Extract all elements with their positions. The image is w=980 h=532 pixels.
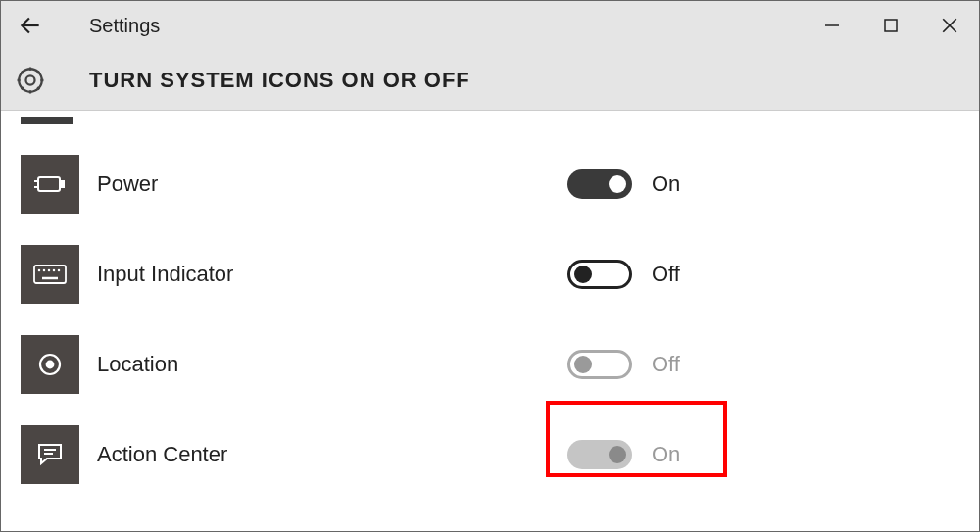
battery-icon (33, 173, 67, 195)
row-power: Power On (1, 154, 979, 215)
toggle-location (567, 350, 632, 379)
minimize-icon (824, 18, 840, 33)
gear-icon (14, 64, 47, 97)
state-text-power: On (652, 171, 680, 197)
toggle-knob (574, 266, 592, 283)
row-action-center: Action Center On (1, 424, 979, 485)
input-indicator-icon-tile (21, 245, 79, 304)
tab-underline (21, 117, 74, 124)
state-text-location: Off (652, 352, 680, 377)
svg-rect-2 (885, 20, 897, 31)
keyboard-icon (32, 263, 68, 286)
state-text-action-center: On (652, 442, 680, 467)
power-icon-tile (21, 155, 79, 214)
svg-rect-7 (38, 177, 60, 191)
toggle-input-indicator[interactable] (567, 260, 632, 289)
location-target-icon (35, 350, 65, 379)
minimize-button[interactable] (803, 1, 861, 50)
back-button[interactable] (1, 1, 60, 50)
app-title: Settings (89, 15, 160, 37)
svg-rect-11 (34, 266, 66, 283)
row-label-input-indicator: Input Indicator (97, 262, 450, 287)
toggle-knob (609, 446, 626, 463)
toggle-power[interactable] (567, 169, 632, 199)
action-center-icon (35, 440, 65, 469)
action-center-icon-tile (21, 425, 79, 484)
settings-icon-container (1, 64, 60, 97)
close-icon (941, 17, 958, 34)
title-bar: Settings (1, 1, 979, 50)
location-icon-tile (21, 335, 79, 394)
svg-point-5 (25, 75, 34, 84)
row-input-indicator: Input Indicator Off (1, 244, 979, 305)
row-location: Location Off (1, 334, 979, 395)
window-controls (803, 1, 979, 50)
row-label-power: Power (97, 171, 450, 197)
row-label-action-center: Action Center (97, 442, 450, 467)
arrow-left-icon (18, 13, 43, 38)
maximize-icon (883, 18, 899, 33)
maximize-button[interactable] (861, 1, 920, 50)
content-area: Power On Input Indicator (1, 111, 979, 485)
toggle-knob (574, 356, 592, 373)
svg-point-19 (47, 362, 54, 368)
close-button[interactable] (920, 1, 979, 50)
row-label-location: Location (97, 352, 450, 377)
state-text-input-indicator: Off (652, 262, 680, 287)
toggle-knob (609, 175, 626, 193)
toggle-action-center (567, 440, 632, 469)
page-title: TURN SYSTEM ICONS ON OR OFF (89, 68, 470, 93)
svg-rect-8 (60, 181, 64, 187)
svg-point-6 (19, 69, 42, 92)
page-header: TURN SYSTEM ICONS ON OR OFF (1, 50, 979, 111)
